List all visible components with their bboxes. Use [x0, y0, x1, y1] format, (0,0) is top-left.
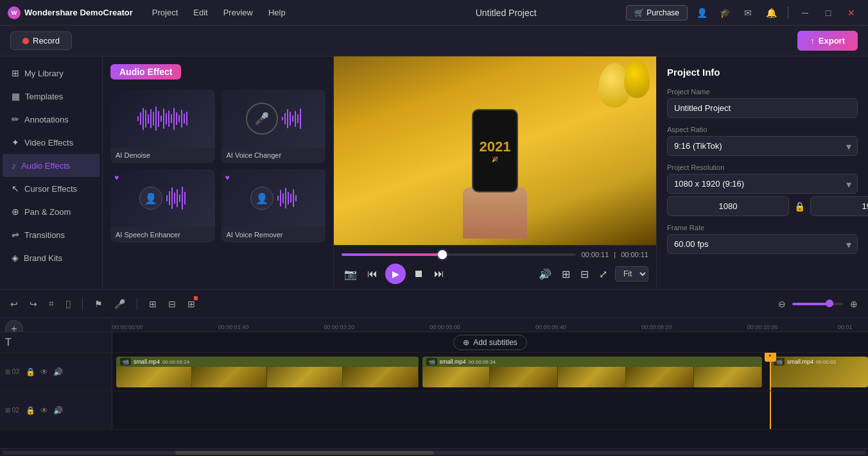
add-subtitle-button[interactable]: ⊕ Add subtitles — [453, 335, 527, 350]
next-frame-button[interactable]: ⏭ — [431, 266, 447, 282]
marker-button[interactable]: ⚑ — [92, 296, 105, 312]
phone-hand-group: 2021 🎉 — [463, 109, 527, 239]
nav-preview[interactable]: Preview — [217, 5, 259, 20]
sidebar-label-pan-zoom: Pan & Zoom — [24, 207, 71, 217]
subtitle-row: T ⊕ Add subtitles — [0, 332, 868, 353]
tl-divider-1 — [82, 298, 83, 310]
close-button[interactable]: ✕ — [842, 4, 860, 22]
video-frame: 2021 🎉 — [334, 56, 656, 245]
export-icon: ↑ — [810, 36, 815, 46]
sidebar-item-my-library[interactable]: ⊞ My Library — [3, 62, 100, 85]
playhead[interactable]: ⌖ — [770, 353, 771, 391]
time-current: 00:00:11 — [581, 251, 609, 258]
voice-changer-waveform — [282, 106, 301, 131]
effect-card-ai-voice-remover[interactable]: ♥ 👤 AI Voice Remover — [221, 169, 326, 242]
clip-03-3[interactable]: 📹 small.mp4 00:00:02 — [770, 357, 868, 387]
effect-card-ai-denoise[interactable]: AI Denoise — [110, 90, 215, 163]
mail-button[interactable]: ✉ — [739, 4, 757, 22]
controls-row: 📷 ⏮ ▶ ⏹ ⏭ 🔊 ⊞ ⊟ ⤢ Fit — [342, 264, 648, 284]
zoom-slider-track[interactable] — [792, 303, 844, 305]
effect-card-ai-voice-changer[interactable]: 🎤 AI Voice Changer — [221, 90, 326, 163]
auto-caption-button[interactable]: ⊟ — [166, 296, 178, 312]
resolution-height-input[interactable] — [810, 196, 868, 216]
volume-button[interactable]: 🔊 — [536, 266, 554, 283]
crop-button[interactable]: ⊞ — [559, 266, 573, 283]
track-label-03: ⊞ 03 🔒 👁 🔊 — [0, 353, 112, 391]
video-preview: 2021 🎉 — [334, 56, 656, 245]
clip-03-1[interactable]: 📹 small.mp4 00:00:03:24 — [116, 357, 419, 387]
play-button[interactable]: ▶ — [385, 264, 406, 284]
track-02-mute-button[interactable]: 🔊 — [52, 405, 64, 416]
track-row-03: ⊞ 03 🔒 👁 🔊 📹 small.mp4 00:00:03:24 — [0, 353, 868, 391]
zoom-in-button[interactable]: ⊕ — [847, 296, 860, 312]
nav-edit[interactable]: Edit — [187, 5, 214, 20]
nav-project[interactable]: Project — [146, 5, 184, 20]
sidebar-label-brand-kits: Brand Kits — [24, 253, 62, 263]
effect-card-ai-speech-enhancer[interactable]: ♥ 👤 AI Speech Enhancer — [110, 169, 215, 242]
subtitle-add-button[interactable]: ⊞ — [146, 296, 159, 312]
track-02-controls: ⊞ 02 🔒 👁 🔊 — [5, 405, 64, 416]
track-02-content — [112, 391, 868, 429]
aspect-ratio-select[interactable]: 9:16 (TikTok) — [667, 136, 858, 156]
screenshot-button[interactable]: 📷 — [342, 266, 360, 283]
prev-frame-button[interactable]: ⏮ — [365, 266, 380, 282]
trim-button[interactable]: ⌗ — [46, 296, 56, 312]
zoom-out-button[interactable]: ⊖ — [776, 296, 788, 312]
clip-03-1-icon: 📹 — [120, 358, 131, 366]
effects-track-button[interactable]: ⊞ — [185, 296, 198, 312]
project-name-input[interactable] — [667, 98, 858, 118]
sidebar-item-annotations[interactable]: ✏ Annotations — [3, 108, 100, 131]
track-03-content: 📹 small.mp4 00:00:03:24 📹 s — [112, 353, 868, 391]
track-02-num: ⊞ 02 — [5, 407, 19, 414]
playhead-02 — [770, 391, 771, 429]
scroll-track[interactable] — [3, 451, 865, 455]
resolution-width-input[interactable] — [667, 196, 789, 216]
clip-03-3-header: 📹 small.mp4 00:00:02 — [770, 357, 840, 367]
track-02-eye-button[interactable]: 👁 — [39, 405, 49, 416]
stop-button[interactable]: ⏹ — [411, 266, 426, 282]
sidebar-label-video-effects: Video Effects — [24, 138, 73, 148]
export-button[interactable]: ↑ Export — [797, 31, 858, 51]
sidebar-item-transitions[interactable]: ⇌ Transitions — [3, 223, 100, 246]
fullscreen-button[interactable]: ⤢ — [596, 266, 610, 283]
lock-icon[interactable]: 🔒 — [794, 201, 805, 212]
learn-button[interactable]: 🎓 — [716, 4, 734, 22]
sidebar-item-templates[interactable]: ▦ Templates — [3, 85, 100, 108]
sidebar-item-video-effects[interactable]: ✦ Video Effects — [3, 131, 100, 154]
undo-button[interactable]: ↩ — [8, 296, 21, 312]
purchase-button[interactable]: 🛒 Purchase — [626, 5, 688, 21]
progress-track[interactable] — [342, 253, 576, 256]
ruler-2: 00:00:03:20 — [324, 324, 355, 330]
sidebar-item-pan-zoom[interactable]: ⊕ Pan & Zoom — [3, 200, 100, 223]
frame-rate-select[interactable]: 60.00 fps — [667, 234, 858, 254]
safe-zone-button[interactable]: ⊟ — [578, 266, 591, 283]
sidebar-item-audio-effects[interactable]: ♪ Audio Effects — [3, 154, 100, 177]
export-label: Export — [819, 36, 845, 46]
track-03-eye-button[interactable]: 👁 — [39, 366, 49, 378]
timeline-ruler: 00:00:00:00 00:00:01:40 00:00:03:20 00:0… — [112, 318, 868, 332]
mic-button[interactable]: 🎤 — [112, 296, 128, 312]
scroll-thumb[interactable] — [175, 451, 434, 455]
notification-button[interactable]: 🔔 — [762, 4, 780, 22]
sidebar-label-templates: Templates — [25, 92, 63, 101]
split-button[interactable]: ⌷ — [63, 296, 73, 312]
track-03-mute-button[interactable]: 🔊 — [52, 366, 64, 378]
sidebar-item-cursor-effects[interactable]: ↖ Cursor Effects — [3, 177, 100, 200]
track-03-lock-button[interactable]: 🔒 — [24, 366, 37, 378]
clip-03-2[interactable]: 📹 small.mp4 00:00:06:34 — [422, 357, 763, 387]
maximize-button[interactable]: □ — [819, 4, 837, 22]
resolution-select[interactable]: 1080 x 1920 (9:16) — [667, 174, 858, 194]
ai-denoise-label: AI Denoise — [110, 148, 215, 163]
title-bar-actions: 🛒 Purchase 👤 🎓 ✉ 🔔 ─ □ ✕ — [626, 4, 860, 22]
minimize-button[interactable]: ─ — [796, 4, 814, 22]
timeline-content: + 00:00:00:00 00:00:01:40 00:00:03:20 00… — [0, 318, 868, 448]
sidebar-item-brand-kits[interactable]: ◈ Brand Kits — [3, 246, 100, 269]
redo-button[interactable]: ↪ — [27, 296, 40, 312]
record-button[interactable]: Record — [10, 31, 72, 50]
nav-help[interactable]: Help — [262, 5, 292, 20]
frame-rate-wrapper: 60.00 fps ▾ — [667, 234, 858, 254]
fit-select[interactable]: Fit — [615, 266, 648, 282]
track-02-lock-button[interactable]: 🔒 — [24, 405, 37, 416]
profile-button[interactable]: 👤 — [693, 4, 711, 22]
audio-effects-icon: ♪ — [12, 160, 16, 171]
